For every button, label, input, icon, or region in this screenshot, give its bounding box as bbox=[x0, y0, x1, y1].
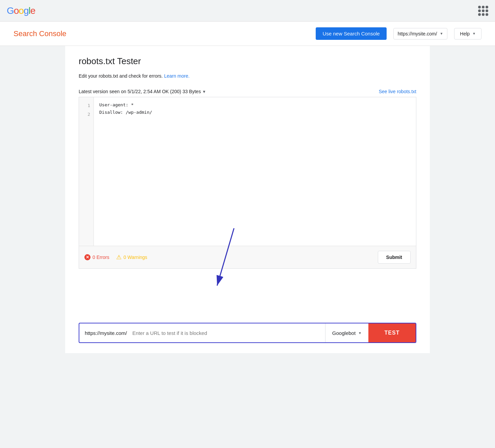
learn-more-link[interactable]: Learn more. bbox=[164, 73, 189, 79]
code-line-1: User-agent: * bbox=[99, 101, 411, 109]
submit-button[interactable]: Submit bbox=[378, 251, 411, 264]
see-live-link[interactable]: See live robots.txt bbox=[379, 89, 416, 94]
version-label: Latest version seen on 5/1/22, 2:54 AM O… bbox=[79, 89, 201, 94]
dropdown-chevron-icon[interactable]: ▾ bbox=[203, 89, 205, 94]
url-test-input[interactable] bbox=[130, 325, 325, 341]
grid-dot bbox=[482, 6, 485, 8]
grid-dot bbox=[478, 6, 481, 8]
description-text: Edit your robots.txt and check for error… bbox=[79, 73, 163, 79]
site-selector[interactable]: https://mysite.com/ ▼ bbox=[393, 28, 448, 39]
line-number-1: 1 bbox=[79, 101, 94, 110]
bot-label: Googlebot bbox=[332, 330, 356, 336]
page-description: Edit your robots.txt and check for error… bbox=[79, 73, 416, 79]
errors-count: 0 Errors bbox=[93, 255, 109, 260]
warnings-badge: ⚠ 0 Warnings bbox=[116, 254, 147, 261]
code-area: 1 2 User-agent: * Disallow: /wp-admin/ bbox=[79, 97, 416, 246]
grid-dot bbox=[486, 6, 488, 8]
chevron-down-icon: ▼ bbox=[472, 32, 476, 35]
header-bar: Search Console Use new Search Console ht… bbox=[0, 22, 495, 46]
chevron-down-icon: ▼ bbox=[358, 331, 362, 335]
top-bar: Google bbox=[0, 0, 495, 22]
code-content[interactable]: User-agent: * Disallow: /wp-admin/ bbox=[94, 97, 416, 246]
site-url-label: https://mysite.com/ bbox=[398, 31, 437, 36]
logo-g2: g bbox=[24, 5, 29, 16]
chevron-down-icon: ▼ bbox=[440, 32, 443, 35]
grid-dot bbox=[486, 13, 488, 16]
svg-line-1 bbox=[217, 228, 234, 286]
line-number-2: 2 bbox=[79, 110, 94, 119]
error-icon: ✕ bbox=[84, 254, 90, 260]
grid-dot bbox=[478, 13, 481, 16]
grid-dot bbox=[478, 9, 481, 12]
warnings-count: 0 Warnings bbox=[124, 255, 147, 260]
search-console-title: Search Console bbox=[14, 29, 67, 38]
version-text: Latest version seen on 5/1/22, 2:54 AM O… bbox=[79, 89, 205, 94]
url-prefix: https://mysite.com/ bbox=[79, 325, 130, 341]
arrow-svg bbox=[207, 228, 275, 296]
warning-icon: ⚠ bbox=[116, 254, 122, 261]
logo-o2: o bbox=[19, 5, 24, 16]
logo-e: e bbox=[30, 5, 35, 16]
logo-g: G bbox=[7, 5, 14, 16]
main-section: robots.txt Tester Edit your robots.txt a… bbox=[65, 46, 430, 353]
help-label: Help bbox=[460, 31, 470, 36]
line-numbers: 1 2 bbox=[79, 97, 94, 246]
arrow-annotation bbox=[79, 269, 416, 316]
grid-dot bbox=[486, 9, 488, 12]
use-new-search-console-button[interactable]: Use new Search Console bbox=[316, 27, 386, 40]
version-bar: Latest version seen on 5/1/22, 2:54 AM O… bbox=[79, 89, 416, 94]
url-test-bar: https://mysite.com/ Googlebot ▼ TEST bbox=[79, 323, 416, 343]
bot-selector[interactable]: Googlebot ▼ bbox=[325, 323, 368, 342]
help-selector[interactable]: Help ▼ bbox=[454, 28, 481, 39]
grid-dot bbox=[482, 9, 485, 12]
status-area: ✕ 0 Errors ⚠ 0 Warnings bbox=[84, 254, 147, 261]
content-wrapper: robots.txt Tester Edit your robots.txt a… bbox=[65, 46, 430, 353]
apps-icon[interactable] bbox=[478, 6, 488, 16]
logo-o1: o bbox=[14, 5, 19, 16]
page-title: robots.txt Tester bbox=[79, 56, 416, 67]
code-line-2: Disallow: /wp-admin/ bbox=[99, 109, 411, 116]
test-button[interactable]: TEST bbox=[368, 323, 416, 342]
google-logo: Google bbox=[7, 5, 35, 16]
errors-badge: ✕ 0 Errors bbox=[84, 254, 109, 260]
grid-dot bbox=[482, 13, 485, 16]
